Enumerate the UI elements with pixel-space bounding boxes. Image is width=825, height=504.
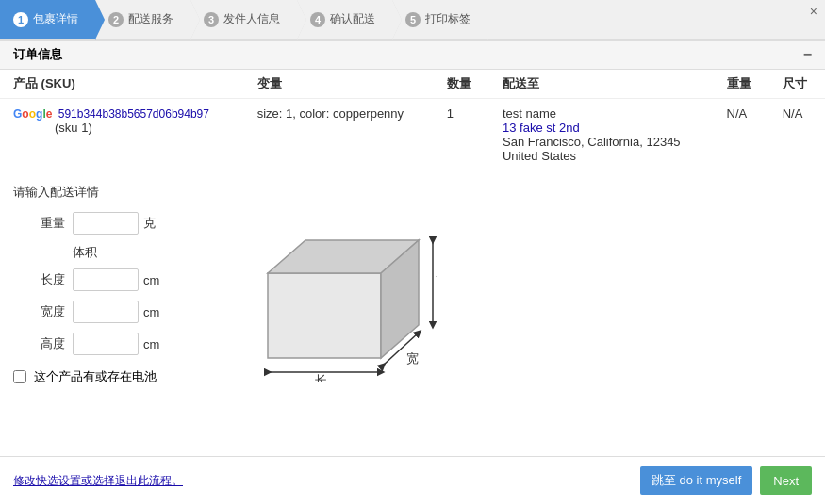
col-product: 产品 (SKU) [0,70,244,99]
step-num: 3 [204,12,219,27]
step-label: 配送服务 [128,11,173,27]
step-step-3[interactable]: 3发件人信息 [190,0,297,39]
svg-marker-0 [268,273,381,358]
dimensions-cell: N/A [769,99,825,171]
modal-container: × 1包裹详情2配送服务3发件人信息4确认配送5打印标签 订单信息 − 产品 (… [0,0,825,504]
svg-text:宽: 宽 [406,351,419,366]
quantity-cell: 1 [434,99,489,171]
address-name: test name [503,106,701,121]
weight-unit: 克 [143,215,156,232]
step-label: 发件人信息 [223,11,280,27]
col-shipping-to: 配送至 [489,70,714,99]
footer: 修改快选设置或选择退出此流程。 跳至 do it myself Next [0,456,825,504]
width-row: 宽度 cm [13,301,221,323]
google-logo: Google [13,107,56,121]
steps-bar: 1包裹详情2配送服务3发件人信息4确认配送5打印标签 [0,0,825,40]
width-unit: cm [143,305,159,319]
length-unit: cm [143,273,159,287]
delivery-form: 请输入配送详情 重量 克 体积 长度 cm [0,171,825,395]
weight-cell: N/A [714,99,769,171]
address-line1[interactable]: 13 fake st 2nd [503,121,580,135]
product-sku: (sku 1) [55,121,92,135]
height-label: 高度 [13,335,65,352]
step-label: 包裹详情 [33,11,78,27]
height-row: 高度 cm [13,333,221,355]
footer-link[interactable]: 修改快选设置或选择退出此流程。 [13,473,183,489]
close-icon[interactable]: × [810,4,817,19]
step-step-1[interactable]: 1包裹详情 [0,0,95,39]
length-row: 长度 cm [13,268,221,291]
weight-label: 重量 [13,215,65,232]
height-input[interactable] [73,333,139,355]
footer-buttons: 跳至 do it myself Next [640,466,812,495]
volume-label: 体积 [73,244,221,261]
step-num: 5 [405,12,421,27]
step-num: 2 [108,12,124,27]
battery-checkbox[interactable] [13,370,26,383]
next-button[interactable]: Next [760,466,812,495]
table-row: Google 591b344b38b5657d06b94b97 (sku 1) … [0,99,825,171]
main-content: 订单信息 − 产品 (SKU) 变量 数量 配送至 重量 尺寸 Googl [0,40,825,456]
width-input[interactable] [73,301,139,323]
battery-label: 这个产品有或存在电池 [34,368,157,385]
step-step-5[interactable]: 5打印标签 [392,0,487,39]
delivery-section-title: 请输入配送详情 [13,184,812,201]
width-label: 宽度 [13,303,65,320]
col-weight: 重量 [714,70,769,99]
battery-row: 这个产品有或存在电池 [13,368,221,385]
step-num: 1 [13,12,28,27]
address-line2: San Francisco, California, 12345 [503,135,701,149]
svg-text:高度: 高度 [436,274,437,288]
height-unit: cm [143,337,159,351]
weight-row: 重量 克 [13,212,221,235]
weight-input[interactable] [73,212,139,235]
col-variant: 变量 [244,70,434,99]
address-cell: test name 13 fake st 2nd San Francisco, … [489,99,714,171]
svg-text:长: 长 [315,373,327,382]
length-label: 长度 [13,271,65,288]
length-input[interactable] [73,268,139,291]
step-step-2[interactable]: 2配送服务 [95,0,190,39]
order-info-title: 订单信息 [13,46,62,63]
order-info-header: 订单信息 − [0,40,825,70]
product-cell: Google 591b344b38b5657d06b94b97 (sku 1) [0,99,244,171]
address-line3: United States [503,149,701,163]
form-fields: 重量 克 体积 长度 cm 宽度 [13,212,221,385]
col-quantity: 数量 [434,70,489,99]
form-and-diagram: 重量 克 体积 长度 cm 宽度 [13,212,812,385]
product-link[interactable]: 591b344b38b5657d06b94b97 [58,107,209,121]
step-label: 确认配送 [330,11,375,27]
order-table: 产品 (SKU) 变量 数量 配送至 重量 尺寸 Google 591b344b… [0,70,825,171]
variant-cell: size: 1, color: copperpenny [244,99,434,171]
skip-button[interactable]: 跳至 do it myself [640,466,752,495]
step-num: 4 [310,12,325,27]
collapse-button[interactable]: − [803,47,812,62]
col-size: 尺寸 [769,70,825,99]
step-label: 打印标签 [425,11,470,27]
box-diagram: 高度 长 宽 [230,212,437,384]
step-step-4[interactable]: 4确认配送 [297,0,392,39]
box-svg: 高度 长 宽 [230,217,437,382]
